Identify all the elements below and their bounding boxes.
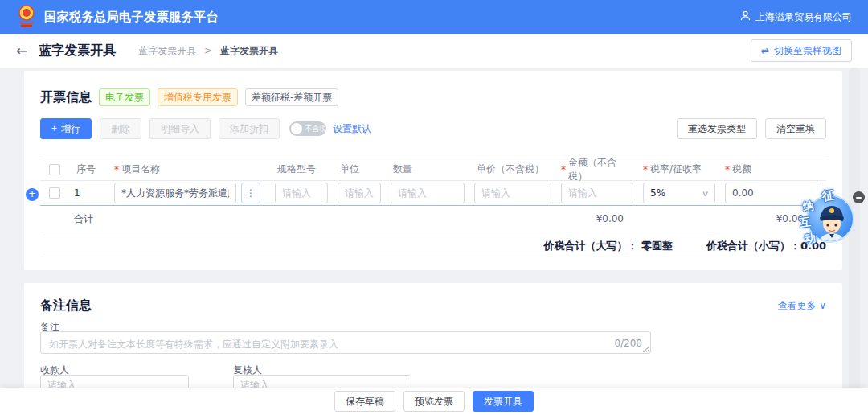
account-entry[interactable]: 上海溢承贸易有限公司 <box>740 10 852 24</box>
save-draft-button[interactable]: 保存草稿 <box>334 391 395 412</box>
tag-differential-taxation: 差额征税-差额开票 <box>245 88 338 106</box>
add-discount-button[interactable]: 添加折扣 <box>219 118 280 139</box>
page-subheader: ← 蓝字发票开具 蓝字发票开具 > 蓝字发票开具 ⇌ 切换至票样视图 <box>0 34 868 68</box>
invoice-info-title: 开票信息 <box>40 89 92 106</box>
minimize-widget-button[interactable] <box>853 191 865 203</box>
switch-to-ticket-view-button[interactable]: ⇌ 切换至票样视图 <box>751 39 852 62</box>
amount-input[interactable] <box>561 183 633 203</box>
tag-vat-special-invoice: 增值税专用发票 <box>158 88 238 106</box>
widget-char-hu: 互 <box>799 215 812 231</box>
toggle-knob <box>291 123 302 134</box>
unit-input[interactable] <box>338 183 381 203</box>
column-header-item-name: *项目名称 <box>109 162 270 176</box>
tag-electronic-invoice: 电子发票 <box>99 88 150 106</box>
chevron-down-icon: ∨ <box>701 189 709 198</box>
char-counter: 0/200 <box>614 338 642 349</box>
breadcrumb-separator: > <box>204 45 212 56</box>
insert-row-button[interactable]: + <box>26 188 39 201</box>
detail-import-button[interactable]: 明细导入 <box>149 118 211 139</box>
column-header-spec: 规格型号 <box>270 162 333 176</box>
quantity-input[interactable] <box>391 183 465 203</box>
tax-rate-select[interactable]: 5% ∨ <box>643 183 715 203</box>
row-checkbox[interactable] <box>49 187 60 199</box>
table-row: 1 ⋮ 5% ∨ <box>40 181 826 206</box>
row-index: 1 <box>69 187 109 199</box>
unit-price-input[interactable] <box>474 183 551 203</box>
item-options-button[interactable]: ⋮ <box>241 183 260 203</box>
invoice-info-card: 开票信息 电子发票 增值税专用发票 差额征税-差额开票 + 增行 删除 明细导入… <box>24 71 842 270</box>
reselect-invoice-type-button[interactable]: 重选发票类型 <box>677 118 757 139</box>
column-header-quantity: 数量 <box>386 162 469 176</box>
table-toolbar: + 增行 删除 明细导入 添加折扣 不含税 设置默认 重选发票类型 清空重填 <box>40 117 826 140</box>
column-header-tax-amount: *税额 <box>720 162 826 176</box>
breadcrumb-current: 蓝字发票开具 <box>220 45 278 56</box>
add-row-button[interactable]: + 增行 <box>40 118 92 139</box>
action-footer: 保存草稿 预览发票 发票开具 <box>0 388 868 415</box>
invoice-items-table: + 序号 *项目名称 规格型号 单位 数量 单价（不含税） *金额（不含税） *… <box>40 158 826 232</box>
column-header-unit: 单位 <box>333 162 386 176</box>
column-header-tax-rate: *税率/征收率 <box>638 162 720 176</box>
clear-refill-button[interactable]: 清空重填 <box>765 118 826 139</box>
page-title: 蓝字发票开具 <box>39 43 116 60</box>
remark-textarea[interactable] <box>41 332 650 353</box>
grand-total-row: 价税合计（大写）： 零圆整 价税合计（小写）：0.00 <box>40 236 826 257</box>
breadcrumb: 蓝字发票开具 > 蓝字发票开具 <box>138 44 278 58</box>
total-amount: ¥0.00 <box>596 213 624 224</box>
column-header-amount: *金额（不含税） <box>556 156 638 183</box>
swap-icon: ⇌ <box>761 45 769 56</box>
widget-char-zheng: 征 <box>821 187 835 204</box>
table-header-row: 序号 *项目名称 规格型号 单位 数量 单价（不含税） *金额（不含税） *税率… <box>40 158 826 181</box>
company-name: 上海溢承贸易有限公司 <box>755 10 852 24</box>
card-divider <box>40 257 826 257</box>
widget-char-dong: 动 <box>804 231 817 247</box>
blue-invoice-issuing-page: 国家税务总局电子发票服务平台 上海溢承贸易有限公司 ← 蓝字发票开具 蓝字发票开… <box>0 0 868 415</box>
user-icon <box>740 10 751 23</box>
resize-handle[interactable] <box>642 345 649 352</box>
column-header-unit-price: 单价（不含税） <box>469 162 556 176</box>
tax-emblem-logo <box>16 4 37 31</box>
total-in-words: 价税合计（大写）： 零圆整 <box>543 239 673 253</box>
spec-input[interactable] <box>275 183 328 203</box>
set-default-link[interactable]: 设置默认 <box>333 122 371 136</box>
delete-button[interactable]: 删除 <box>100 118 141 139</box>
view-more-link[interactable]: 查看更多 ∨ <box>777 299 826 313</box>
app-header: 国家税务总局电子发票服务平台 上海溢承贸易有限公司 <box>0 0 868 34</box>
back-button[interactable]: ← <box>16 44 27 58</box>
total-label: 合计 <box>74 212 93 226</box>
totals-row: 合计 ¥0.00 ¥0.00 <box>40 206 826 232</box>
preview-invoice-button[interactable]: 预览发票 <box>403 391 465 412</box>
select-all-checkbox[interactable] <box>49 164 60 175</box>
tax-included-toggle[interactable]: 不含税 <box>289 121 326 136</box>
platform-title: 国家税务总局电子发票服务平台 <box>44 10 219 25</box>
column-header-index: 序号 <box>69 162 109 176</box>
remark-textarea-wrapper: 0/200 <box>40 331 651 354</box>
item-name-input[interactable] <box>114 183 236 203</box>
remarks-title: 备注信息 <box>40 298 92 314</box>
issue-invoice-button[interactable]: 发票开具 <box>473 391 534 412</box>
breadcrumb-parent[interactable]: 蓝字发票开具 <box>138 45 196 56</box>
plus-icon: + <box>51 123 57 134</box>
widget-char-na: 纳 <box>802 199 815 215</box>
